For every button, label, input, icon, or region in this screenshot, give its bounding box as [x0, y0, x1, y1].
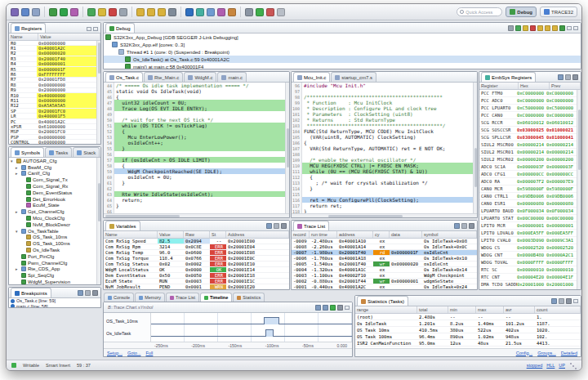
editor-tab[interactable]: Rte_Main.c — [144, 72, 183, 82]
editor-tab[interactable]: Mcu_Init.c — [293, 72, 330, 82]
peripheral-register-row[interactable]: PCC_LPUART0 0xC5000000 0xC5000000 — [479, 105, 581, 112]
status-link[interactable]: UP — [559, 363, 565, 368]
debug-toolbar-icon[interactable] — [559, 25, 565, 31]
scrollbar[interactable] — [577, 90, 581, 289]
trace-row[interactable]: -0009 -2.480us 0x40001A10 ex Os_IdleTask… — [292, 239, 477, 244]
view-toolbar-icon[interactable] — [85, 290, 91, 296]
code-line[interactable]: 116 ret = Mcu_ConfigurePll(ClockSetting)… — [292, 197, 477, 203]
quick-access-box[interactable]: Quick Access — [457, 7, 502, 16]
toolbar-icon[interactable] — [70, 8, 78, 16]
debug-toolbar-icon[interactable] — [552, 25, 558, 31]
peripheral-register-row[interactable]: LPIT0_CVAL0 0x0003D090 0x0009C3A1 — [479, 237, 581, 244]
code-line[interactable]: 100 * Description : Configure PLL and cl… — [292, 105, 477, 111]
col-cycle[interactable]: cy — [373, 231, 390, 238]
col-min[interactable]: min — [448, 306, 476, 313]
trace-row[interactable]: -0005 -1.540us 0x20001F40 wr 0x00000020 … — [292, 262, 477, 267]
view-toolbar-icon[interactable] — [565, 74, 571, 80]
timeline-toolbar-icon[interactable] — [330, 305, 336, 311]
peripheral-register-row[interactable]: LPUART0_BAUD 0x0F000034 0x0F000034 — [479, 208, 581, 215]
toolbar-icon[interactable] — [109, 8, 117, 16]
toolbar-icon[interactable] — [82, 7, 83, 17]
bottom-tab[interactable]: Statistics — [233, 293, 265, 302]
peripheral-register-row[interactable]: CAN0_CTRL1 0x09DB0006 0x09DB0006 — [479, 193, 581, 200]
variable-row[interactable]: Com_RxSig_Speed 82.5 0x2094 -- 0x20001E0… — [104, 239, 289, 244]
peripheral-register-row[interactable]: SCG_SOSCCSR 0x03000025 0x01000021 — [479, 127, 581, 134]
peripheral-register-row[interactable]: LPIT0_LDVAL0 0x000EA5FF 0x000EA5FF — [479, 230, 581, 237]
toolbar-icon[interactable] — [158, 8, 166, 16]
view-toolbar-icon[interactable] — [92, 290, 98, 296]
code-line[interactable]: 65 } — [104, 203, 289, 208]
toolbar-icon[interactable] — [180, 7, 181, 17]
col-register[interactable]: Register — [479, 83, 519, 89]
toolbar-icon[interactable] — [240, 7, 241, 17]
maximize-icon[interactable] — [573, 26, 578, 30]
code-line[interactable]: 52 { — [104, 128, 289, 134]
peripheral-register-row[interactable]: SCG_RCCR 0x06010012 0x06010012 — [479, 119, 581, 127]
peripheral-register-row[interactable]: WDOG_TOVAL 0x0000FFFF 0x0000FFFF — [479, 259, 581, 266]
toolbar-icon[interactable] — [266, 8, 274, 16]
tree-item[interactable]: WdgM_Supervision — [9, 279, 100, 284]
minimize-icon[interactable] — [87, 27, 91, 31]
tree-item[interactable]: Port_PinCfg — [9, 253, 100, 260]
maximize-icon[interactable] — [93, 27, 98, 31]
trace-row[interactable]: -0006 -1.760us 0x40001A18 ex Os_IdleTask… — [292, 256, 477, 262]
debug-tree-row[interactable]: main() at main.c:58 0x400001F4 — [104, 63, 581, 69]
trace-row[interactable]: -0003 -1.100us 0x40002F10 ex WdgM_Checkp… — [292, 273, 477, 279]
code-line[interactable]: 53 Mcu_EnterLowPower(); — [104, 134, 289, 140]
variable-row[interactable]: WdgM_LocalStatus OK 0x0000 OK 0x20001E14 — [104, 267, 289, 273]
view-toolbar-icon[interactable] — [274, 223, 279, 229]
code-line[interactable]: 113 ; /* wait for crystal stabilization … — [292, 180, 477, 186]
editor-tab[interactable]: WdgM.c — [184, 72, 216, 82]
minimize-icon[interactable] — [567, 26, 572, 30]
peripheral-register-row[interactable]: RTC_SC 0x00000010 0x00000010 — [479, 266, 581, 274]
peripheral-register-row[interactable]: WDOG_CNT 0x0000B480 0x0000A2C1 — [479, 252, 581, 259]
tree-item[interactable]: Com_Signal_Tx — [9, 177, 100, 183]
code-line[interactable]: 50 /* wait for the next OS tick */ — [104, 117, 289, 123]
waveform-plot[interactable] — [151, 313, 352, 342]
code-line[interactable]: 54 osIdleCnt++; — [104, 140, 289, 145]
toolbar-icon[interactable] — [277, 8, 285, 16]
variable-row[interactable]: Com_TxSig_Torque 118.4 0x0766 ERR 0x2000… — [104, 256, 289, 262]
toolbar-icon[interactable] — [196, 8, 204, 16]
col-status[interactable]: St — [210, 231, 226, 238]
code-line[interactable]: 97 — [292, 88, 477, 94]
col-record[interactable]: record — [292, 231, 310, 238]
tab-trace-list[interactable]: Trace List — [293, 221, 329, 230]
trace-row[interactable]: -0007 -1.980us 0x20001F40 rd 0x0000001F … — [292, 250, 477, 256]
tab-breakpoints[interactable]: Breakpoints — [11, 288, 51, 297]
tree-item[interactable]: Mcu_ClockCfg — [9, 215, 100, 221]
statistics-row[interactable]: (root) 2.480s -- -- -- 1. — [355, 314, 581, 320]
editor-tab[interactable]: startup_cm7.s — [331, 72, 376, 82]
col-max[interactable]: max — [476, 306, 504, 313]
symbols-tab[interactable]: Symbols — [11, 147, 44, 157]
col-hex[interactable]: Hex — [519, 83, 550, 89]
code-line[interactable]: 109 /* enable the external oscillator */ — [292, 157, 477, 163]
editor-left-code[interactable]: 44 /* ===== Os idle task implementation … — [104, 83, 289, 213]
view-toolbar-icon[interactable] — [566, 298, 572, 304]
variable-row[interactable]: EcuM_State RUN 0x0003 ERR 0x20001E1C — [104, 279, 289, 284]
stats-link[interactable]: Config... — [516, 351, 532, 355]
debug-toolbar-icon[interactable] — [508, 25, 514, 31]
tree-item[interactable]: ▸ CanIf_Cfg — [9, 171, 100, 177]
debug-tree-row[interactable]: Os_IdleTask() at Os_Task.c:59 0x40001A2C — [104, 56, 581, 63]
code-line[interactable]: 112 { — [292, 174, 477, 180]
peripheral-register-row[interactable]: ADC0_SC1A 0x0000003F 0x0000003F — [479, 163, 581, 171]
twistie-icon[interactable]: ▸ — [16, 266, 20, 271]
debug-toolbar-icon[interactable] — [523, 25, 528, 31]
col-address[interactable]: Address — [226, 231, 289, 238]
peripheral-register-row[interactable]: PCC_FTM0 0xC0000000 0xC0000000 — [479, 90, 581, 97]
view-toolbar-icon[interactable] — [461, 223, 467, 229]
editor-tab[interactable]: Os_Task.c — [105, 72, 143, 82]
code-line[interactable]: 111 while (0U == (MCU_REG(FXOSC_STAT) & … — [292, 168, 477, 174]
tree-item[interactable]: Pwm_ChannelCfg — [9, 260, 100, 266]
tree-item[interactable]: OS_Task_10ms — [9, 235, 100, 241]
statistics-row[interactable]: ISR2_CanMainFunction 95.0ms 12us 48us 21… — [355, 340, 581, 346]
h-scrollbar[interactable] — [104, 213, 289, 217]
register-row[interactable]: CONTROL 0x00000000 — [9, 140, 100, 144]
bottom-tab[interactable]: Console — [104, 293, 134, 302]
signal-label[interactable]: OS_Task_10ms — [104, 315, 150, 327]
trace-row[interactable]: -0001 -0.440us 0x40001A2C ex Os_IdleTask… — [292, 284, 477, 289]
toolbar-icon[interactable] — [11, 8, 19, 16]
peripheral-register-row[interactable]: SIUL2_MSCR00 0x00000214 0x00000214 — [479, 141, 581, 149]
peripheral-register-row[interactable]: DMA_TCD0_SADDR 0x20001000 0x20001000 — [479, 281, 581, 288]
